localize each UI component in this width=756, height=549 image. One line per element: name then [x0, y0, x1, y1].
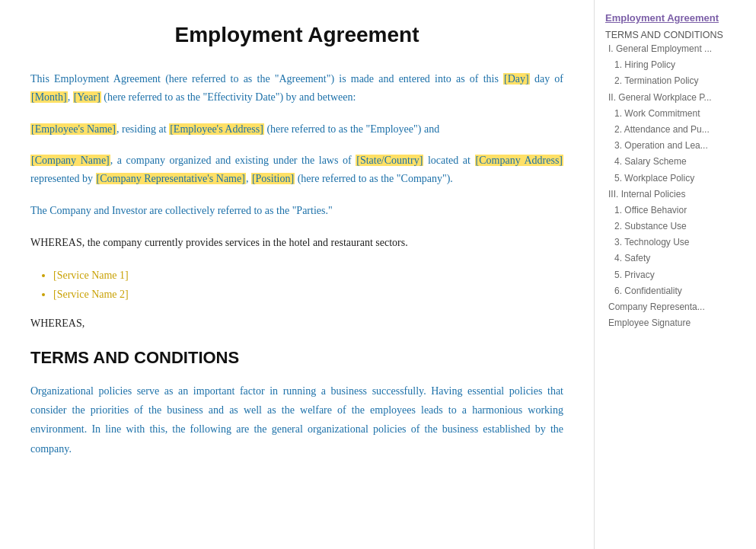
intro3-comma2: ,	[246, 173, 251, 184]
list-item: [Service Name 2]	[53, 285, 563, 304]
sidebar-item-general-employment[interactable]: I. General Employment ...	[608, 42, 738, 56]
sidebar-item-general-workplace[interactable]: II. General Workplace P...	[608, 91, 738, 105]
sidebar-item-employee-signature[interactable]: Employee Signature	[608, 316, 738, 330]
sidebar-item-technology[interactable]: 3. Technology Use	[614, 235, 738, 250]
whereas2-text: WHEREAS,	[30, 318, 563, 330]
parties-text: The Company and Investor are collectivel…	[30, 202, 563, 220]
day-placeholder: [Day]	[503, 73, 530, 85]
intro-paragraph-3: [Company Name], a company organized and …	[30, 152, 563, 188]
intro2-mid: , residing at	[116, 123, 169, 135]
intro1-mid: day of	[534, 73, 563, 85]
sidebar-item-termination[interactable]: 2. Termination Policy	[614, 74, 738, 88]
intro-paragraph-2: [Employee's Name], residing at [Employee…	[30, 120, 563, 139]
intro3-rep-pre: represented by	[30, 173, 96, 184]
sidebar: Employment Agreement TERMS AND CONDITION…	[594, 0, 746, 549]
list-item: [Service Name 1]	[53, 266, 563, 285]
intro3-loc: located at	[423, 155, 474, 166]
intro1-end: (here referred to as the "Effectivity Da…	[104, 91, 356, 103]
sidebar-item-substance[interactable]: 2. Substance Use	[614, 219, 738, 234]
company-name-placeholder: [Company Name]	[30, 155, 110, 166]
sidebar-item-confidentiality[interactable]: 6. Confidentiality	[614, 284, 738, 298]
sidebar-item-company-rep[interactable]: Company Representa...	[608, 300, 738, 314]
intro1-comma: ,	[68, 91, 73, 103]
doc-title: Employment Agreement	[30, 23, 563, 47]
year-placeholder: [Year]	[73, 91, 101, 103]
intro2-end: (here referred to as the "Employee") and	[264, 123, 439, 135]
sidebar-item-attendance[interactable]: 2. Attendance and Pu...	[614, 123, 738, 137]
rep-name-placeholder: [Company Representative's Name]	[96, 173, 246, 184]
company-address-placeholder: [Company Address]	[475, 155, 563, 166]
sidebar-item-office-behavior[interactable]: 1. Office Behavior	[614, 203, 738, 218]
intro3-mid: , a company organized and existing under…	[110, 155, 356, 166]
intro3-end: (here referred to as the "Company").	[295, 173, 453, 184]
main-content: Employment Agreement This Employment Agr…	[0, 0, 594, 549]
terms-heading: TERMS AND CONDITIONS	[30, 348, 563, 368]
state-placeholder: [State/Country]	[356, 155, 423, 166]
position-placeholder: [Position]	[251, 173, 295, 184]
month-placeholder: [Month]	[30, 91, 68, 103]
employee-name-placeholder: [Employee's Name]	[30, 123, 116, 135]
services-list: [Service Name 1] [Service Name 2]	[53, 266, 563, 304]
sidebar-item-work-commitment[interactable]: 1. Work Commitment	[614, 107, 738, 121]
intro1-text: This Employment Agreement (here referred…	[30, 73, 499, 85]
terms-body: Organizational policies serve as an impo…	[30, 381, 563, 458]
sidebar-item-internal-policies[interactable]: III. Internal Policies	[608, 187, 738, 202]
sidebar-item-salary[interactable]: 4. Salary Scheme	[614, 155, 738, 169]
sidebar-item-hiring[interactable]: 1. Hiring Policy	[614, 58, 738, 72]
sidebar-title[interactable]: Employment Agreement	[605, 12, 738, 24]
whereas1-text: WHEREAS, the company currently provides …	[30, 234, 563, 252]
sidebar-item-privacy[interactable]: 5. Privacy	[614, 268, 738, 282]
intro-paragraph-1: This Employment Agreement (here referred…	[30, 70, 563, 107]
sidebar-item-operation[interactable]: 3. Operation and Lea...	[614, 139, 738, 153]
employee-address-placeholder: [Employee's Address]	[169, 123, 264, 135]
sidebar-section-terms: TERMS AND CONDITIONS	[605, 30, 738, 40]
sidebar-item-safety[interactable]: 4. Safety	[614, 251, 738, 266]
sidebar-item-workplace-policy[interactable]: 5. Workplace Policy	[614, 171, 738, 186]
